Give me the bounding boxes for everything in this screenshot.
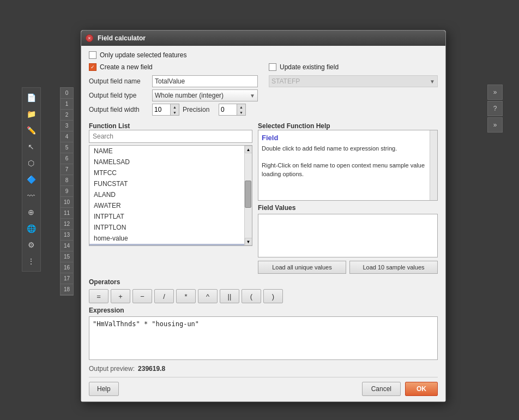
row-num-13: 13 — [61, 230, 73, 241]
toolbar-icon-globe[interactable]: 🌐 — [23, 221, 39, 236]
update-selected-checkbox[interactable] — [89, 51, 96, 59]
scrollbar-track — [245, 153, 252, 238]
function-list-content: NAME NAMELSAD MTFCC FUNCSTAT ALAND AWATE… — [89, 146, 252, 245]
update-existing-checkbox[interactable] — [269, 63, 276, 71]
field-options-row: Create a new field Output field name Out… — [89, 63, 438, 118]
output-field-name-input[interactable] — [152, 75, 258, 87]
operator-multiply-button[interactable]: * — [176, 289, 196, 303]
side-btn-arrow2[interactable]: » — [487, 117, 503, 133]
output-field-name-label: Output field name — [89, 77, 149, 85]
row-num-7: 7 — [61, 164, 73, 175]
field-calculator-dialog: × Field calculator Only update selected … — [81, 30, 446, 402]
output-field-type-select[interactable]: Whole number (integer) ▼ — [152, 89, 258, 101]
precision-label: Precision — [183, 106, 215, 113]
row-num-10: 10 — [61, 197, 73, 208]
function-list-container: NAME NAMELSAD MTFCC FUNCSTAT ALAND AWATE… — [89, 145, 252, 246]
operator-equals-button[interactable]: = — [89, 289, 108, 303]
list-item[interactable]: AWATER — [89, 200, 244, 211]
list-item[interactable]: NAME — [89, 146, 244, 157]
existing-field-value: STATEFP — [271, 77, 300, 85]
output-field-width-label: Output field width — [89, 106, 149, 113]
precision-down-btn[interactable]: ▼ — [237, 110, 245, 115]
load-sample-values-button[interactable]: Load 10 sample values — [349, 261, 438, 274]
update-existing-label: Update existing field — [280, 63, 339, 71]
output-field-width-row: Output field width 10 ▲ ▼ Precision 0 ▲ — [89, 104, 258, 116]
output-field-type-label: Output field type — [89, 92, 149, 99]
expression-title: Expression — [89, 307, 438, 314]
search-input[interactable] — [89, 130, 252, 143]
update-selected-label: Only update selected features — [100, 51, 186, 59]
list-item[interactable]: INTPTLAT — [89, 211, 244, 222]
list-item-selected[interactable]: housing-un — [89, 244, 244, 245]
toolbar-icon-pencil[interactable]: ✏️ — [23, 123, 39, 138]
row-num-5: 5 — [61, 142, 73, 153]
list-item[interactable]: ALAND — [89, 189, 244, 200]
operator-divide-button[interactable]: / — [154, 289, 174, 303]
spinbox-down-btn[interactable]: ▼ — [170, 110, 179, 115]
scroll-up-btn[interactable]: ▲ — [245, 146, 252, 153]
scrollbar-thumb[interactable] — [245, 181, 251, 208]
row-num-6: 6 — [61, 153, 73, 164]
create-new-field-label: Create a new field — [100, 63, 153, 71]
left-toolbar: 📄 📁 ✏️ ↖ ⬡ 🔷 〰 ⊕ 🌐 ⚙ ⋮ — [22, 87, 41, 272]
list-item[interactable]: MTFCC — [89, 167, 244, 178]
selected-function-help-title: Selected Function Help — [258, 122, 438, 130]
help-panel: Field Double click to add field name to … — [258, 130, 438, 201]
close-button[interactable]: × — [86, 34, 93, 42]
list-item[interactable]: INTPTLON — [89, 222, 244, 233]
operator-open-paren-button[interactable]: ( — [242, 289, 261, 303]
row-num-17: 17 — [61, 273, 73, 284]
precision-spinbox-buttons: ▲ ▼ — [237, 104, 245, 115]
field-values-title: Field Values — [258, 204, 438, 212]
output-preview-value: 239619.8 — [138, 365, 165, 373]
operators-title: Operators — [89, 278, 438, 286]
right-panel: Selected Function Help Field Double clic… — [258, 122, 438, 274]
field-values-buttons: Load all unique values Load 10 sample va… — [258, 261, 438, 274]
toolbar-icon-more[interactable]: ⋮ — [23, 254, 39, 269]
operator-caret-button[interactable]: ^ — [198, 289, 218, 303]
cancel-button[interactable]: Cancel — [362, 382, 401, 396]
load-unique-values-button[interactable]: Load all unique values — [258, 261, 346, 274]
list-item[interactable]: home-value — [89, 233, 244, 244]
toolbar-icon-folder[interactable]: 📁 — [23, 106, 39, 122]
help-scrollbar[interactable] — [430, 130, 437, 200]
spinbox-up-btn[interactable]: ▲ — [170, 104, 179, 110]
row-num-0: 0 — [61, 88, 73, 99]
output-field-width-spinbox[interactable]: 10 ▲ ▼ — [152, 104, 179, 116]
spinbox-buttons: ▲ ▼ — [170, 104, 179, 115]
existing-field-select[interactable]: STATEFP ▼ — [269, 75, 438, 87]
toolbar-icon-point[interactable]: ⊕ — [23, 205, 39, 220]
field-values-box — [258, 214, 438, 257]
toolbar-icon-file[interactable]: 📄 — [23, 90, 39, 105]
list-scrollbar[interactable]: ▲ ▼ — [244, 146, 252, 245]
select-arrow-icon: ▼ — [250, 93, 255, 99]
output-field-name-row: Output field name — [89, 75, 258, 87]
precision-value: 0 — [219, 106, 237, 113]
list-item[interactable]: NAMELSAD — [89, 157, 244, 167]
side-btn-arrow[interactable]: » — [487, 85, 503, 100]
ok-button[interactable]: OK — [405, 382, 438, 396]
create-new-field-checkbox[interactable] — [89, 63, 96, 71]
list-item[interactable]: FUNCSTAT — [89, 178, 244, 189]
row-num-14: 14 — [61, 241, 73, 251]
output-field-type-value: Whole number (integer) — [155, 92, 224, 99]
side-btn-help[interactable]: ? — [487, 101, 503, 116]
toolbar-icon-polygon[interactable]: 🔷 — [23, 172, 39, 187]
toolbar-icon-settings[interactable]: ⚙ — [23, 237, 39, 253]
toolbar-icon-node[interactable]: ⬡ — [23, 155, 39, 171]
help-button[interactable]: Help — [89, 382, 119, 396]
toolbar-icon-line[interactable]: 〰 — [23, 188, 39, 203]
operator-minus-button[interactable]: − — [132, 289, 152, 303]
precision-up-btn[interactable]: ▲ — [237, 104, 245, 110]
update-selected-row: Only update selected features — [89, 51, 438, 59]
toolbar-icon-cursor[interactable]: ↖ — [23, 139, 39, 154]
operator-close-paren-button[interactable]: ) — [263, 289, 283, 303]
row-num-16: 16 — [61, 262, 73, 273]
expression-input[interactable] — [89, 316, 438, 360]
operator-plus-button[interactable]: + — [111, 289, 130, 303]
operator-pipe-button[interactable]: || — [220, 289, 239, 303]
scroll-down-btn[interactable]: ▼ — [245, 238, 252, 245]
row-num-9: 9 — [61, 186, 73, 197]
dialog-body: Only update selected features Create a n… — [81, 46, 445, 401]
precision-spinbox[interactable]: 0 ▲ ▼ — [219, 104, 246, 116]
